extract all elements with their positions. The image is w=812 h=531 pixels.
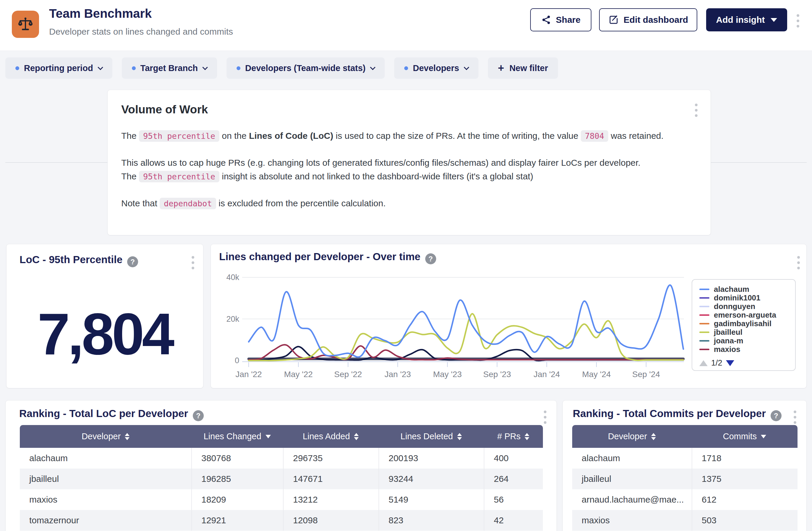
legend-page-down-icon[interactable]	[726, 360, 734, 366]
page-title: Team Benchmark	[49, 6, 152, 21]
svg-text:0: 0	[235, 356, 239, 365]
value-cell: 1375	[692, 469, 798, 489]
developer-cell: arnaud.lachaume@mae...	[572, 489, 692, 510]
code-chip: 95th percentile	[139, 171, 219, 182]
value-cell: 42	[484, 510, 543, 531]
developer-cell: jbailleul	[572, 469, 692, 489]
svg-text:Sep '22: Sep '22	[334, 370, 362, 379]
legend-item-joana-m[interactable]: joana-m	[699, 337, 795, 345]
filter-active-dot	[15, 66, 19, 70]
card-kebab-menu[interactable]	[544, 410, 547, 424]
column-header-lines-deleted[interactable]: Lines Deleted	[378, 425, 484, 448]
help-icon[interactable]: ?	[771, 410, 782, 421]
svg-text:May '24: May '24	[582, 370, 611, 379]
value-cell: 12921	[191, 510, 283, 531]
legend-item-gadimbaylisahil[interactable]: gadimbaylisahil	[699, 319, 795, 328]
legend-swatch	[699, 340, 709, 341]
sort-desc-icon	[761, 435, 766, 438]
card-title: LoC - 95th Percentile	[19, 254, 122, 266]
svg-text:May '22: May '22	[284, 370, 313, 379]
svg-text:Jan '23: Jan '23	[385, 370, 411, 379]
column-header-lines-changed[interactable]: Lines Changed	[191, 425, 283, 448]
svg-text:Sep '23: Sep '23	[483, 370, 511, 379]
developer-cell: alachaum	[20, 448, 191, 469]
legend-label: emerson-argueta	[714, 310, 776, 320]
share-button-label: Share	[556, 15, 580, 25]
column-header-commits[interactable]: Commits	[692, 425, 798, 448]
filter-active-dot	[132, 66, 136, 70]
svg-text:Sep '24: Sep '24	[632, 370, 660, 379]
loc-ranking-table: DeveloperLines ChangedLines AddedLines D…	[20, 425, 543, 531]
sort-icon	[457, 433, 462, 440]
legend-item-alachaum[interactable]: alachaum	[699, 285, 795, 294]
sort-icon	[125, 433, 130, 440]
developer-cell: maxios	[20, 489, 191, 510]
edit-dashboard-button[interactable]: Edit dashboard	[599, 8, 697, 31]
table-row: maxios1820913212514956	[20, 489, 543, 510]
column-header-developer[interactable]: Developer	[572, 425, 692, 448]
legend-swatch	[699, 349, 709, 350]
volume-of-work-card: Volume of Work The 95th percentile on th…	[107, 90, 711, 235]
value-cell: 56	[484, 489, 543, 510]
legend-label: alachaum	[714, 285, 749, 294]
card-kebab-menu[interactable]	[794, 410, 796, 424]
dashboard-logo	[12, 11, 39, 38]
table-row: tomazernour129211209882342	[20, 510, 543, 531]
filter-reporting-period[interactable]: Reporting period	[5, 57, 112, 79]
sort-icon	[525, 433, 529, 440]
app-header: Team Benchmark Developer stats on lines …	[0, 0, 812, 51]
filter-active-dot	[404, 66, 408, 70]
legend-page-up-icon[interactable]	[699, 360, 708, 366]
chevron-down-icon	[370, 65, 376, 70]
developer-cell: maxios	[572, 510, 692, 531]
table-row: maxios503	[572, 510, 798, 531]
legend-item-emerson-argueta[interactable]: emerson-argueta	[699, 311, 795, 319]
svg-text:Jan '22: Jan '22	[235, 370, 262, 379]
legend-item-dominik1001[interactable]: dominik1001	[699, 294, 795, 302]
legend-item-jbailleul[interactable]: jbailleul	[699, 328, 795, 337]
dashboard-page: Team Benchmark Developer stats on lines …	[0, 0, 812, 531]
legend-swatch	[699, 306, 709, 307]
chevron-down-icon	[98, 65, 103, 70]
share-button[interactable]: Share	[530, 8, 591, 31]
legend-swatch	[699, 297, 709, 299]
card-kebab-menu[interactable]	[695, 103, 698, 117]
loc-percentile-value: 7,804	[6, 301, 203, 368]
legend-item-donnguyen[interactable]: donnguyen	[699, 302, 795, 311]
help-icon[interactable]: ?	[127, 256, 138, 267]
filter-developers[interactable]: Developers	[394, 57, 478, 79]
value-cell: 5149	[378, 489, 484, 510]
column-header--prs[interactable]: # PRs	[484, 425, 543, 448]
add-insight-button[interactable]: Add insight	[706, 8, 787, 31]
column-header-lines-added[interactable]: Lines Added	[283, 425, 378, 448]
legend-label: gadimbaylisahil	[714, 319, 771, 328]
new-filter-button[interactable]: + New filter	[488, 57, 558, 79]
table-row: jbailleul1375	[572, 469, 798, 489]
chevron-down-icon	[464, 65, 469, 70]
code-chip: 95th percentile	[139, 130, 219, 142]
chart-legend-items: alachaumdominik1001donnguyenemerson-argu…	[699, 285, 795, 355]
svg-text:May '23: May '23	[433, 370, 462, 379]
card-title: Ranking - Total Commits per Developer	[573, 408, 766, 419]
svg-text:40k: 40k	[226, 273, 239, 282]
volume-paragraph-2: This allows us to cap huge PRs (e.g. cha…	[121, 156, 697, 183]
legend-swatch	[699, 315, 709, 316]
card-kebab-menu[interactable]	[192, 256, 194, 269]
add-insight-button-label: Add insight	[716, 15, 765, 25]
column-header-developer[interactable]: Developer	[20, 425, 191, 448]
edit-icon	[608, 14, 619, 25]
ranking-loc-card: Ranking - Total LoC per Developer? Devel…	[5, 400, 557, 531]
card-title: Ranking - Total LoC per Developer	[19, 408, 188, 419]
help-icon[interactable]: ?	[193, 410, 204, 421]
svg-text:20k: 20k	[226, 315, 239, 323]
code-chip: 7804	[581, 130, 608, 142]
filter-target-branch[interactable]: Target Branch	[122, 57, 217, 79]
legend-item-maxios[interactable]: maxios	[699, 345, 795, 354]
legend-page-indicator: 1/2	[711, 359, 722, 368]
page-subtitle: Developer stats on lines changed and com…	[49, 27, 233, 37]
filter-developers-teamwide[interactable]: Developers (Team-wide stats)	[227, 57, 385, 79]
sort-icon	[651, 433, 656, 440]
legend-swatch	[699, 323, 709, 324]
header-kebab-menu[interactable]	[797, 14, 799, 28]
legend-label: maxios	[714, 345, 740, 354]
